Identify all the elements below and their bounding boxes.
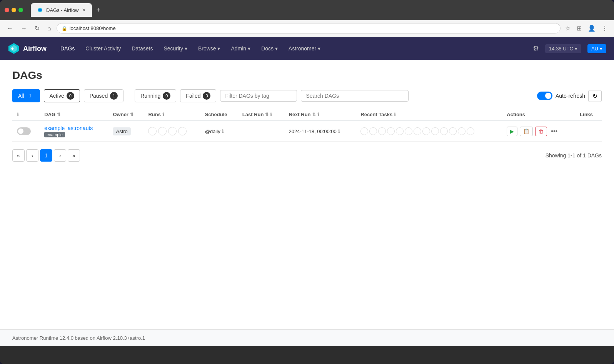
close-button[interactable] (5, 8, 9, 12)
paused-filter-button[interactable]: Paused 1 (84, 89, 123, 102)
failed-filter-label: Failed (186, 93, 200, 99)
browser-tab[interactable]: DAGs - Airflow ✕ (31, 3, 92, 17)
next-page-button[interactable]: › (54, 149, 66, 162)
next-run-info-icon-row[interactable]: ℹ (338, 129, 340, 134)
showing-text: Showing 1-1 of 1 DAGs (546, 152, 602, 159)
airflow-logo: ✈ (8, 42, 20, 55)
th-dag-label: DAG (44, 112, 55, 117)
settings-icon[interactable]: ⚙ (533, 44, 539, 53)
minimize-button[interactable] (12, 8, 16, 12)
utc-time-badge[interactable]: 14:38 UTC ▾ (545, 44, 581, 53)
table-row: example_astronauts example Astro (12, 121, 602, 142)
dag-tag-badge[interactable]: example (44, 132, 65, 137)
nav-astronomer[interactable]: Astronomer ▾ (284, 42, 325, 55)
task-circle-10 (440, 127, 448, 135)
nav-browse[interactable]: Browse ▾ (194, 42, 225, 55)
forward-button[interactable]: → (18, 23, 29, 33)
nav-datasets[interactable]: Datasets (127, 42, 157, 55)
running-filter-label: Running (140, 93, 160, 99)
address-text: localhost:8080/home (70, 25, 116, 31)
th-last-run-label: Last Run (242, 112, 264, 117)
bookmark-icon[interactable]: ☆ (564, 23, 572, 33)
dag-name-link[interactable]: example_astronauts (44, 125, 103, 131)
tab-title: DAGs - Airflow (46, 7, 79, 13)
nav-security[interactable]: Security ▾ (159, 42, 192, 55)
running-filter-count: 0 (163, 92, 170, 100)
active-filter-button[interactable]: Active 0 (44, 89, 80, 102)
dag-table: ℹ DAG ⇅ Owner ⇅ (12, 109, 602, 142)
runs-info-icon[interactable]: ℹ (162, 112, 164, 117)
refresh-button[interactable]: ↻ (588, 90, 602, 102)
reload-button[interactable]: ↻ (32, 23, 42, 33)
dag-pause-toggle[interactable] (17, 127, 31, 135)
task-circle-3 (378, 127, 386, 135)
nav-docs[interactable]: Docs ▾ (257, 42, 282, 55)
extension-icon[interactable]: ⊞ (575, 23, 583, 33)
address-bar[interactable]: 🔒 localhost:8080/home (57, 23, 561, 33)
td-recent-tasks-cell (356, 121, 502, 142)
th-next-run[interactable]: Next Run ⇅ ℹ (284, 109, 356, 121)
browser-titlebar: DAGs - Airflow ✕ + (0, 0, 614, 20)
paused-filter-count: 1 (110, 92, 118, 100)
last-page-button[interactable]: » (68, 149, 80, 162)
running-filter-button[interactable]: Running 0 (135, 89, 176, 102)
nav-admin[interactable]: Admin ▾ (226, 42, 255, 55)
delete-dag-button[interactable]: 🗑 (535, 127, 547, 136)
task-circle-6 (405, 127, 412, 135)
task-circle-1 (360, 127, 368, 135)
page-1-button[interactable]: 1 (40, 149, 52, 162)
failed-filter-count: 0 (203, 92, 210, 100)
utc-dropdown-icon: ▾ (575, 46, 577, 52)
first-page-button[interactable]: « (12, 149, 25, 162)
th-recent-tasks-label: Recent Tasks (360, 112, 392, 117)
home-button[interactable]: ⌂ (45, 23, 53, 33)
task-circle-9 (431, 127, 439, 135)
last-run-info-icon[interactable]: ℹ (270, 112, 272, 117)
main-content: DAGs All 1 Active 0 Paused 1 Running (0, 60, 614, 329)
navbar: ✈ Airflow DAGs Cluster Activity Datasets… (0, 37, 614, 60)
dag-details-button[interactable]: 📋 (520, 127, 533, 136)
navbar-right: ⚙ 14:38 UTC ▾ AU ▾ (533, 44, 606, 53)
next-run-info-icon[interactable]: ℹ (317, 112, 319, 117)
th-runs: Runs ℹ (143, 109, 200, 121)
user-menu[interactable]: AU ▾ (587, 44, 606, 53)
recent-tasks-info-icon[interactable]: ℹ (394, 112, 396, 117)
th-last-run[interactable]: Last Run ⇅ ℹ (238, 109, 284, 121)
all-filter-count: 1 (27, 92, 34, 100)
maximize-button[interactable] (18, 8, 23, 12)
col-info-icon[interactable]: ℹ (17, 112, 19, 117)
app-footer: Astronomer Runtime 12.4.0 based on Airfl… (0, 329, 614, 346)
td-schedule-cell: @daily ℹ (200, 121, 238, 142)
tag-filter-input[interactable] (220, 90, 297, 102)
th-schedule: Schedule (200, 109, 238, 121)
svg-text:✈: ✈ (11, 47, 15, 51)
back-button[interactable]: ← (5, 23, 15, 33)
failed-filter-button[interactable]: Failed 0 (180, 89, 216, 102)
toggle-thumb (545, 93, 551, 99)
th-actions-label: Actions (507, 112, 525, 117)
all-filter-button[interactable]: All 1 (12, 89, 40, 102)
th-dag[interactable]: DAG ⇅ (40, 109, 108, 121)
th-actions: Actions (502, 109, 575, 121)
tab-close-button[interactable]: ✕ (82, 7, 86, 13)
schedule-info-icon[interactable]: ℹ (222, 129, 224, 134)
search-input[interactable] (301, 90, 409, 102)
task-circle-4 (387, 127, 395, 135)
more-actions-button[interactable]: ••• (549, 126, 559, 136)
th-owner[interactable]: Owner ⇅ (108, 109, 143, 121)
table-header: ℹ DAG ⇅ Owner ⇅ (12, 109, 602, 121)
auto-refresh-toggle[interactable] (537, 92, 552, 100)
trigger-dag-button[interactable]: ▶ (507, 127, 517, 136)
nav-cluster-activity[interactable]: Cluster Activity (81, 42, 125, 55)
prev-page-button[interactable]: ‹ (26, 149, 38, 162)
browser-window: DAGs - Airflow ✕ + ← → ↻ ⌂ 🔒 localhost:8… (0, 0, 614, 364)
profile-icon[interactable]: 👤 (586, 23, 597, 33)
new-tab-button[interactable]: + (97, 6, 101, 14)
menu-icon[interactable]: ⋮ (600, 23, 609, 33)
run-circle-2 (158, 127, 167, 135)
next-run-sort-icon: ⇅ (312, 112, 316, 117)
run-circle-4 (178, 127, 187, 135)
nav-dags[interactable]: DAGs (56, 42, 79, 55)
task-circle-11 (449, 127, 457, 135)
navbar-brand[interactable]: ✈ Airflow (8, 42, 47, 55)
